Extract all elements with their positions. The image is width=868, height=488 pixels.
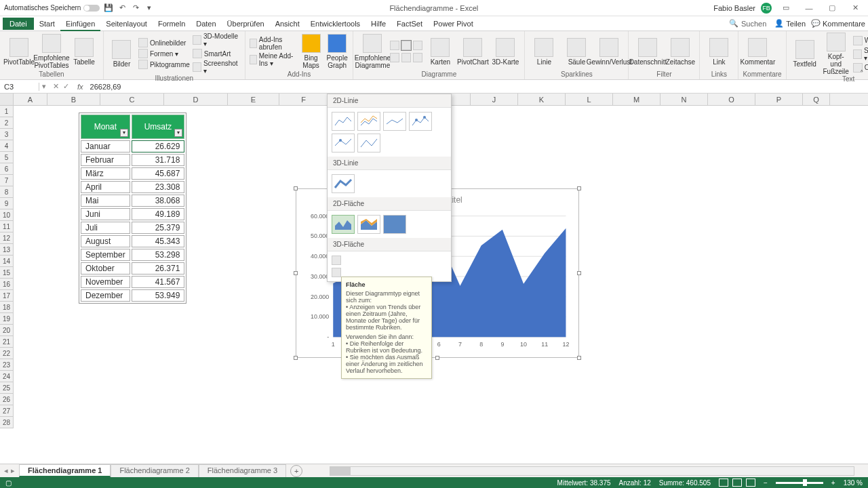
add-sheet-button[interactable]: +	[290, 465, 302, 477]
row-header[interactable]: 13	[0, 244, 14, 256]
row-header[interactable]: 12	[0, 232, 14, 244]
area-chart-option[interactable]	[332, 215, 355, 234]
sheet-nav-prev-icon[interactable]: ◂	[4, 466, 8, 475]
zoom-out-icon[interactable]: −	[764, 479, 768, 487]
row-header[interactable]: 18	[0, 302, 14, 313]
100-stacked-area-option[interactable]	[383, 215, 406, 234]
share-button[interactable]: 👤 Teilen	[774, 19, 806, 28]
row-header[interactable]: 25	[0, 382, 14, 394]
col-header[interactable]: B	[47, 94, 100, 105]
close-icon[interactable]: ✕	[846, 2, 864, 14]
table-cell[interactable]: 53.298	[132, 249, 185, 261]
chart-bar-icon[interactable]	[390, 41, 399, 50]
page-break-view-icon[interactable]	[746, 479, 755, 487]
slicer-button[interactable]: Datenschnitt	[633, 38, 663, 66]
chart-combo-icon[interactable]	[413, 53, 422, 62]
table-cell[interactable]: März	[81, 167, 130, 180]
row-header[interactable]: 14	[0, 256, 14, 267]
col-header[interactable]: M	[613, 94, 660, 105]
3dmap-button[interactable]: 3D-Karte	[490, 38, 520, 66]
chart-pie-icon[interactable]	[413, 41, 422, 50]
col-header[interactable]: C	[100, 94, 164, 105]
col-header[interactable]: A	[14, 94, 47, 105]
recommended-charts-button[interactable]: Empfohlene Diagramme	[357, 34, 387, 69]
row-header[interactable]: 19	[0, 313, 14, 325]
table-cell[interactable]: 23.308	[132, 181, 185, 193]
sheet-tab[interactable]: Flächendiagramme 1	[19, 464, 111, 477]
col-header[interactable]: J	[471, 94, 518, 105]
col-header[interactable]: P	[755, 94, 803, 105]
tab-daten[interactable]: Daten	[191, 18, 221, 30]
chart-type-dropdown[interactable]: 2D-Linie 3D-Linie 2D-Fläche 3D-Fläche	[327, 94, 452, 282]
col-header[interactable]: L	[566, 94, 613, 105]
fx-icon[interactable]: fx	[73, 83, 87, 91]
maps-button[interactable]: Karten	[425, 38, 455, 66]
tab-power pivot[interactable]: Power Pivot	[428, 18, 479, 30]
row-header[interactable]: 1	[0, 106, 14, 117]
row-header[interactable]: 20	[0, 325, 14, 336]
enter-fx-icon[interactable]: ✓	[63, 82, 69, 91]
filter-dropdown-icon[interactable]: ▾	[174, 129, 182, 137]
bing-maps-button[interactable]: Bing Maps	[299, 34, 323, 69]
100-stacked-line-option[interactable]	[383, 112, 406, 131]
comments-button[interactable]: 💬 Kommentare	[811, 19, 865, 28]
row-header[interactable]: 23	[0, 359, 14, 371]
row-header[interactable]: 26	[0, 394, 14, 405]
table-cell[interactable]: Juni	[81, 208, 130, 220]
sparkline-winloss-button[interactable]: Gewinn/Verlust	[594, 38, 624, 66]
collapse-ribbon-icon[interactable]: ˄	[860, 69, 864, 78]
row-header[interactable]: 9	[0, 198, 14, 209]
cancel-fx-icon[interactable]: ✕	[53, 82, 59, 91]
spreadsheet-grid[interactable]: ABCDEFGHIJKLMNOPQ 1234567891011121314151…	[0, 94, 868, 460]
tab-entwicklertools[interactable]: Entwicklertools	[305, 18, 366, 30]
my-addins-button[interactable]: Meine Add-Ins ▾	[250, 52, 297, 67]
table-cell[interactable]: 53.949	[132, 289, 185, 302]
table-cell[interactable]: Mai	[81, 195, 130, 207]
sheet-tab[interactable]: Flächendiagramme 2	[111, 464, 198, 477]
pictures-button[interactable]: Bilder	[108, 40, 136, 68]
zoom-level[interactable]: 130 %	[844, 479, 863, 487]
tab-ansicht[interactable]: Ansicht	[270, 18, 305, 30]
table-cell[interactable]: September	[81, 249, 130, 261]
user-avatar[interactable]: FB	[761, 3, 772, 14]
tab-überprüfen[interactable]: Überprüfen	[222, 18, 270, 30]
row-header[interactable]: 22	[0, 348, 14, 359]
line-markers-option[interactable]	[409, 112, 432, 131]
tab-start[interactable]: Start	[34, 18, 60, 30]
maximize-icon[interactable]: ▢	[823, 2, 841, 14]
col-header[interactable]: D	[164, 94, 228, 105]
people-graph-button[interactable]: People Graph	[326, 34, 349, 69]
line-chart-option[interactable]	[332, 112, 355, 131]
table-cell[interactable]: November	[81, 276, 130, 288]
stacked-line-markers-option[interactable]	[332, 134, 355, 152]
header-monat[interactable]: Monat▾	[81, 115, 130, 139]
recommended-pivot-button[interactable]: Empfohlene PivotTables	[37, 34, 66, 69]
qat-more-icon[interactable]: ▾	[144, 3, 154, 13]
ribbon-options-icon[interactable]: ▭	[777, 2, 795, 14]
tab-factset[interactable]: FactSet	[391, 18, 428, 30]
save-icon[interactable]: 💾	[104, 3, 113, 13]
table-button[interactable]: Tabelle	[69, 38, 99, 66]
chart-line-icon[interactable]	[401, 41, 411, 50]
table-cell[interactable]: 41.567	[132, 276, 185, 288]
tab-hilfe[interactable]: Hilfe	[366, 18, 391, 30]
table-cell[interactable]: 45.343	[132, 235, 185, 247]
col-header[interactable]: K	[518, 94, 566, 105]
header-umsatz[interactable]: Umsatz▾	[132, 115, 185, 139]
table-cell[interactable]: 26.629	[132, 140, 185, 152]
row-header[interactable]: 6	[0, 163, 14, 175]
col-header[interactable]: O	[708, 94, 755, 105]
3d-area-option[interactable]	[332, 256, 447, 265]
table-cell[interactable]: 31.718	[132, 154, 185, 166]
normal-view-icon[interactable]	[719, 479, 728, 487]
row-header[interactable]: 17	[0, 290, 14, 302]
row-header[interactable]: 5	[0, 152, 14, 163]
comment-button[interactable]: Kommentar	[743, 38, 772, 66]
table-cell[interactable]: 26.371	[132, 262, 185, 274]
record-macro-icon[interactable]: ▢	[5, 479, 12, 487]
3d-line-option[interactable]	[332, 174, 355, 193]
row-header[interactable]: 16	[0, 279, 14, 290]
table-cell[interactable]: 45.687	[132, 167, 185, 180]
row-header[interactable]: 27	[0, 405, 14, 417]
name-box[interactable]: C3	[0, 83, 39, 91]
